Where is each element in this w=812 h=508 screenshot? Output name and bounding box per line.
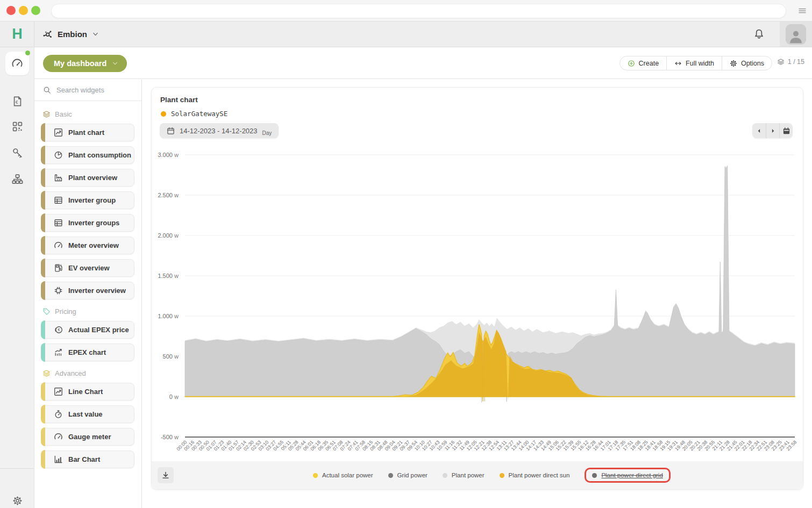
widget-card-line-chart[interactable]: Line Chart [41, 383, 134, 400]
sidebar-item-dashboard[interactable] [5, 52, 29, 75]
dashboard-selector-button[interactable]: My dashboard [43, 55, 127, 72]
logo-letter: H [12, 26, 22, 42]
pie-chart-icon [54, 151, 63, 160]
card-accent [41, 427, 45, 446]
date-nav-group [752, 123, 793, 138]
browser-menu-icon[interactable] [798, 6, 807, 17]
legend-label: Plant power [452, 472, 485, 478]
sidebar-item-hierarchy[interactable] [0, 167, 34, 191]
card-accent [41, 281, 45, 300]
card-accent [41, 320, 45, 339]
section-header-pricing: Pricing [42, 307, 133, 316]
card-accent [41, 259, 45, 277]
widget-label: Gauge meter [68, 433, 111, 441]
dashboard-page-indicator[interactable]: 1 / 15 [777, 58, 804, 66]
widget-card-ev-overview[interactable]: EV overview [41, 259, 134, 277]
layers-icon [42, 369, 51, 377]
sidebar-item-access-keys[interactable] [0, 141, 34, 164]
range-mode-label: Day [262, 130, 272, 136]
card-accent [41, 343, 45, 362]
widget-card-actual-epex-price[interactable]: €Actual EPEX price [41, 321, 134, 339]
chip-icon [54, 286, 63, 295]
options-button[interactable]: Options [722, 56, 772, 70]
notifications-bell-icon[interactable] [753, 28, 765, 42]
legend-item-grid-power[interactable]: Grid power [388, 472, 428, 478]
widget-label: Inverter overview [68, 287, 126, 295]
create-button[interactable]: Create [619, 56, 667, 70]
svg-text:500W: 500W [163, 353, 179, 360]
chart-title: Plant chart [160, 96, 198, 104]
legend-item-plant-power-direct-grid[interactable]: Plant power direct grid [592, 472, 663, 478]
stopwatch-icon [54, 410, 63, 419]
org-switcher[interactable]: Embion [42, 22, 99, 47]
sidebar-item-invoices[interactable]: € [0, 89, 34, 113]
widget-label: Actual EPEX price [68, 326, 129, 334]
legend-item-plant-power-direct-sun[interactable]: Plant power direct sun [500, 472, 570, 478]
arrow-left-icon [756, 127, 763, 134]
create-label: Create [639, 60, 659, 67]
bar-chart-icon [54, 455, 63, 464]
legend-dot [500, 473, 504, 478]
prev-period-button[interactable] [752, 123, 766, 138]
arrow-right-icon [770, 127, 777, 134]
chevron-down-icon [112, 60, 118, 67]
screen: H Embion My dashboard Create Full width [0, 0, 812, 508]
widget-card-last-value[interactable]: Last value [41, 405, 134, 423]
widget-card-inverter-overview[interactable]: Inverter overview [41, 282, 134, 299]
layers-icon [777, 58, 785, 66]
download-button[interactable] [158, 467, 174, 483]
widget-card-plant-chart[interactable]: Plant chart [41, 124, 134, 141]
card-accent [41, 405, 45, 424]
widget-card-inverter-groups[interactable]: Inverter groups [41, 214, 134, 232]
card-accent [41, 236, 45, 255]
widget-card-epex-chart[interactable]: EPEX chart [41, 344, 134, 361]
svg-text:2.500W: 2.500W [158, 192, 179, 198]
svg-text:1.000W: 1.000W [158, 313, 179, 319]
calendar-button[interactable] [779, 123, 793, 138]
window-zoom-button[interactable] [31, 6, 40, 15]
dashboard-selector-label: My dashboard [54, 59, 106, 68]
ev-charger-icon [54, 263, 63, 273]
widget-label: EV overview [68, 264, 110, 272]
full-width-label: Full width [686, 60, 714, 67]
svg-text:€: € [15, 99, 18, 105]
arrows-horizontal-icon [674, 60, 682, 67]
svg-text:2.000W: 2.000W [158, 232, 179, 239]
window-close-button[interactable] [6, 6, 16, 15]
widget-card-plant-consumption[interactable]: Plant consumption [41, 146, 134, 164]
widget-label: Bar Chart [68, 455, 100, 463]
device-name: SolarGatewaySE [171, 110, 227, 118]
full-width-button[interactable]: Full width [666, 56, 722, 70]
widget-card-gauge-meter[interactable]: Gauge meter [41, 428, 134, 446]
widget-card-inverter-group[interactable]: Inverter group [41, 191, 134, 209]
widget-card-plant-overview[interactable]: Plant overview [41, 169, 134, 187]
chart-plot-area: 3.000W2.500W2.000W1.500W1.000W500W0W-500… [152, 146, 804, 462]
table-icon [54, 218, 63, 227]
widget-card-bar-chart[interactable]: Bar Chart [41, 450, 134, 468]
table-icon [54, 196, 63, 205]
widget-label: Line Chart [68, 388, 103, 396]
card-accent [41, 191, 45, 210]
gauge-icon [54, 432, 63, 441]
molecule-icon [42, 29, 53, 40]
next-period-button[interactable] [766, 123, 779, 138]
toolbar-actions: Create Full width Options [620, 56, 772, 70]
legend-label: Plant power direct grid [601, 472, 663, 478]
widget-card-meter-overview[interactable]: Meter overview [41, 237, 134, 254]
sidebar-item-settings[interactable] [0, 489, 34, 508]
widget-panel: BasicPlant chartPlant consumptionPlant o… [34, 80, 142, 508]
section-label: Pricing [55, 307, 76, 316]
address-bar[interactable] [51, 4, 786, 18]
legend-item-actual-solar-power[interactable]: Actual solar power [313, 472, 373, 478]
legend-item-plant-power[interactable]: Plant power [443, 472, 485, 478]
search-input[interactable] [56, 86, 132, 94]
factory-icon [54, 173, 63, 182]
avatar[interactable] [786, 24, 806, 45]
legend-dot [388, 473, 393, 478]
window-minimize-button[interactable] [19, 6, 28, 15]
card-accent [41, 382, 45, 401]
widget-label: Plant overview [68, 174, 117, 182]
legend-dot [443, 473, 447, 478]
date-range-picker[interactable]: 14-12-2023 - 14-12-2023 Day [160, 123, 279, 138]
sidebar-item-widgets[interactable] [0, 115, 34, 138]
